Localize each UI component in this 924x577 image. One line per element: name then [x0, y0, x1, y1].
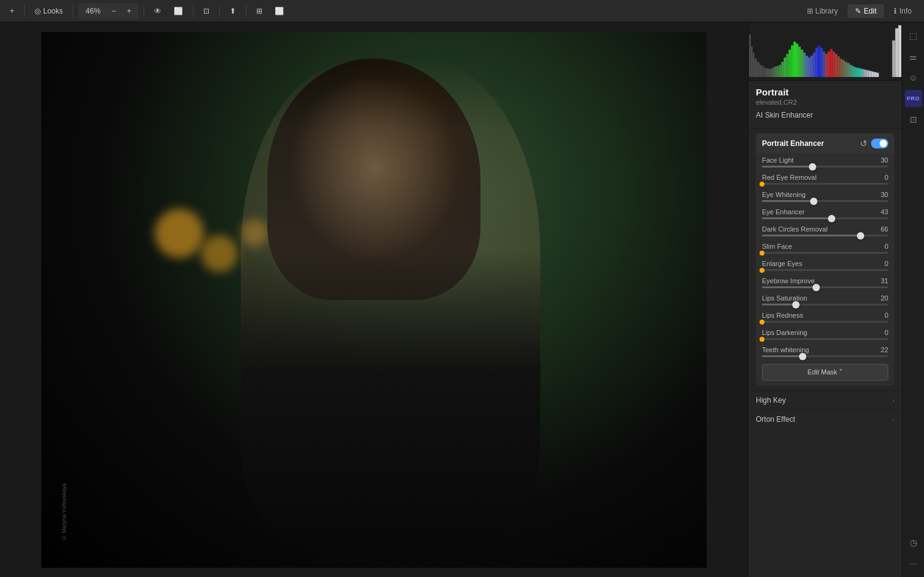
add-button[interactable]: + [5, 4, 19, 18]
svg-rect-54 [877, 73, 879, 77]
collapsible-high-key[interactable]: High Key› [748, 390, 902, 410]
slider-value-3: 43 [876, 208, 888, 216]
main-area: © Maryna Yurlovskaya [0, 22, 924, 577]
slider-row-teeth-whitening: Teeth whitening22 [756, 343, 894, 360]
looks-label: Looks [43, 7, 63, 15]
svg-rect-23 [801, 50, 803, 78]
enhancer-block: Portrait Enhancer ↺ Face Light30Red Eye … [756, 134, 894, 385]
info-label: Info [899, 7, 912, 15]
svg-rect-24 [803, 52, 806, 77]
slider-track-11[interactable] [762, 355, 888, 357]
slider-track-0[interactable] [762, 166, 888, 167]
slider-track-3[interactable] [762, 217, 888, 219]
face-button[interactable]: ☺ [905, 69, 922, 86]
histogram-area [748, 22, 902, 81]
slider-label-0: Face Light [762, 156, 793, 164]
crop-button[interactable]: ⊡ [198, 4, 214, 18]
watermark: © Maryna Yurlovskaya [61, 483, 67, 541]
slider-thumb-7[interactable] [813, 284, 820, 291]
slider-thumb-0[interactable] [809, 163, 816, 171]
compare-button[interactable]: ⬜ [169, 4, 188, 18]
svg-rect-12 [774, 67, 776, 77]
slider-track-9[interactable] [762, 321, 888, 323]
slider-thumb-8[interactable] [792, 301, 800, 309]
pro-badge-button[interactable]: PRO [905, 90, 922, 107]
svg-rect-19 [791, 46, 793, 77]
slider-row-red-eye-removal: Red Eye Removal0 [756, 171, 894, 188]
collapsible-orton-effect[interactable]: Orton Effect› [748, 410, 902, 429]
enhancer-toggle[interactable] [871, 139, 888, 148]
slider-track-1[interactable] [762, 183, 888, 185]
svg-rect-29 [816, 48, 818, 77]
svg-rect-53 [874, 72, 877, 77]
slider-row-eyebrow-improve: Eyebrow Improve31 [756, 274, 894, 291]
section-header-label: AI Skin Enhancer [756, 111, 894, 119]
svg-rect-38 [837, 56, 840, 77]
svg-rect-3 [753, 52, 755, 77]
sliders-container: Face Light30Red Eye Removal0Eye Whitenin… [756, 153, 894, 360]
slider-dot-start-1 [760, 182, 764, 187]
toolbar: + ◎ Looks 46% − + 👁 ⬜ ⊡ ⬆ ⊞ ⬜ ⊞ Library … [0, 0, 924, 22]
slider-thumb-11[interactable] [799, 353, 806, 360]
zoom-control[interactable]: 46% − + [78, 3, 139, 19]
slider-thumb-3[interactable] [828, 215, 835, 222]
svg-rect-1 [749, 34, 751, 77]
svg-rect-57 [898, 25, 901, 77]
panel-section-title: Portrait elevated.CR2 AI Skin Enhancer [748, 81, 902, 129]
svg-rect-52 [872, 71, 874, 77]
slider-value-0: 30 [876, 156, 888, 164]
slider-fill-0 [762, 166, 813, 167]
slider-track-6[interactable] [762, 269, 888, 271]
looks-button[interactable]: ◎ Looks [30, 4, 68, 18]
slider-value-1: 0 [876, 174, 888, 181]
briefcase-button[interactable]: ⊡ [905, 111, 922, 128]
svg-rect-42 [847, 63, 849, 77]
info-tab[interactable]: ℹ Info [886, 4, 919, 18]
slider-value-5: 0 [876, 243, 888, 250]
history-button[interactable]: ◷ [905, 534, 922, 551]
slider-thumb-4[interactable] [857, 232, 864, 240]
slider-track-2[interactable] [762, 200, 888, 202]
slider-fill-11 [762, 355, 803, 357]
library-tab[interactable]: ⊞ Library [800, 4, 846, 18]
svg-rect-37 [835, 54, 837, 77]
slider-label-6: Enlarge Eyes [762, 260, 802, 267]
slider-track-8[interactable] [762, 304, 888, 305]
panel-subtitle: elevated.CR2 [756, 99, 894, 106]
zoom-value[interactable]: 46% [81, 4, 105, 18]
layers-button[interactable]: ⬚ [905, 27, 922, 44]
more-button[interactable]: ··· [905, 555, 922, 572]
svg-rect-50 [867, 70, 869, 77]
photo-container: © Maryna Yurlovskaya [41, 32, 707, 568]
slider-track-4[interactable] [762, 235, 888, 236]
svg-rect-8 [764, 68, 767, 77]
svg-rect-35 [830, 49, 832, 78]
svg-rect-47 [859, 68, 862, 77]
svg-rect-40 [842, 60, 845, 77]
zoom-minus-button[interactable]: − [107, 4, 121, 18]
library-icon: ⊞ [807, 7, 813, 15]
slider-fill-2 [762, 200, 814, 202]
edit-tab[interactable]: ✎ Edit [848, 4, 884, 18]
reset-icon[interactable]: ↺ [860, 139, 867, 148]
slider-track-7[interactable] [762, 286, 888, 288]
slider-value-10: 0 [876, 329, 888, 336]
photo-background: © Maryna Yurlovskaya [41, 32, 707, 568]
collapsibles-container: High Key›Orton Effect› [748, 390, 902, 429]
grid-button[interactable]: ⊞ [251, 4, 267, 18]
window-button[interactable]: ⬜ [270, 4, 289, 18]
slider-track-5[interactable] [762, 252, 888, 254]
eye-button[interactable]: 👁 [149, 4, 166, 18]
grid-icon: ⊞ [256, 7, 262, 15]
slider-label-3: Eye Enhancer [762, 208, 804, 216]
svg-rect-2 [751, 47, 753, 77]
slider-value-11: 22 [876, 346, 888, 353]
svg-rect-16 [784, 57, 786, 77]
share-button[interactable]: ⬆ [225, 4, 241, 18]
slider-thumb-2[interactable] [810, 198, 817, 205]
slider-dot-start-6 [760, 268, 764, 273]
zoom-plus-button[interactable]: + [122, 4, 136, 18]
edit-mask-button[interactable]: Edit Mask ˅ [762, 364, 888, 381]
sliders-button[interactable]: ⚌ [905, 48, 922, 65]
slider-track-10[interactable] [762, 338, 888, 340]
